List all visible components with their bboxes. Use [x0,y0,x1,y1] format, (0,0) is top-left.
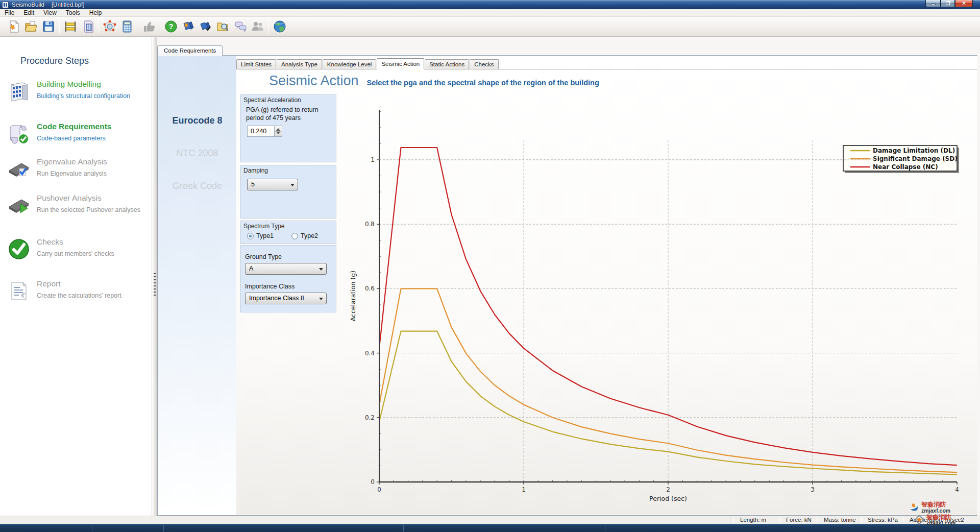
code-selector-strip: Eurocode 8 NTC 2008 Greek Code [158,56,236,515]
menu-tools[interactable]: Tools [61,9,85,17]
feedback-chat-button[interactable] [232,18,249,35]
sidebar-heading: Procedure Steps [20,56,89,66]
sidebar-splitter[interactable] [152,37,157,516]
code-item-greek-code[interactable]: Greek Code [158,181,236,191]
web-globe-button[interactable] [271,18,288,35]
pga-label: PGA (g) referred to return period of 475… [246,106,332,123]
toolbar-separator [99,19,99,34]
open-project-button[interactable] [22,18,40,35]
status-mass: Mass: tonne [824,517,856,523]
seismic-action-content: Limit States Analysis Type Knowledge Lev… [236,56,977,515]
spectrum-chart: 0123400.20.40.60.81Period (sec)Accelarat… [336,59,977,508]
web-globe-icon [273,19,287,34]
watermark-site: zmjaxf.com [921,508,950,514]
app-icon [2,2,9,8]
pga-input[interactable]: 0.240 [247,126,275,137]
chart-legend-label: Significant Damage (SD) [873,155,958,162]
sidebar-item-title: Checks [37,237,63,247]
sidebar-item-pushover-analysis[interactable]: Pushover Analysis Run the selected Pusho… [0,194,148,225]
tutorial-book-button[interactable] [180,18,197,35]
sidebar-item-subtitle: Create the calculations' report [37,292,121,299]
sidebar-item-title: Report [37,279,61,288]
chart-x-tick-label: 2 [666,486,670,493]
menu-file[interactable]: File [0,9,19,17]
window-title: SeismoBuild[Untitled.bpf] [12,2,85,8]
restore-button[interactable] [941,0,955,7]
tab-analysis-type[interactable]: Analysis Type [277,59,322,69]
chart-y-tick-label: 0 [371,478,375,486]
search-folder-icon [216,19,230,34]
menu-edit[interactable]: Edit [19,9,39,17]
sidebar-item-title: Building Modelling [37,80,101,89]
sidebar-item-checks[interactable]: Checks Carry out members' checks [0,237,148,269]
status-stress: Stress: kPa [868,517,898,523]
new-file-button[interactable] [5,18,22,35]
group-label: Spectral Acceleration [243,96,301,104]
verify-book-button[interactable] [197,18,214,35]
building-report-button[interactable] [79,18,96,35]
menu-view[interactable]: View [39,9,61,17]
chart-legend-label: Near Collapse (NC) [873,163,938,171]
damping-dropdown[interactable]: 5 [247,179,298,190]
sidebar-item-subtitle: Run the selected Pushover analyses [37,206,140,213]
sidebar-item-subtitle: Code-based parameters [37,135,106,142]
minimize-button[interactable] [925,0,941,7]
document-tab[interactable]: Code Requirements [157,45,223,56]
radio-type1[interactable]: Type1 [247,232,274,239]
toolbar-separator [160,19,160,34]
help-button[interactable]: ? [162,18,180,35]
community-icon [251,19,265,34]
frame-modeller-button[interactable] [62,18,79,35]
scroll-check-icon [7,122,31,146]
building-report-icon [81,19,95,34]
report-icon [7,279,31,303]
watermark-logo-icon [909,502,920,513]
chart-x-tick-label: 1 [522,486,526,493]
sidebar-item-code-requirements[interactable]: Code Requirements Code-based parameters [0,122,148,154]
close-button[interactable]: ✕ [955,0,973,7]
restore-icon [946,2,950,5]
radio-type1-label: Type1 [256,232,274,239]
importance-class-label: Importance Class [245,282,295,291]
menu-help[interactable]: Help [85,9,107,17]
spinner-up-icon[interactable] [276,128,280,131]
code-item-eurocode8[interactable]: Eurocode 8 [158,115,236,126]
save-icon [41,19,56,34]
radio-type2[interactable]: Type2 [291,232,318,239]
calculator-button[interactable] [118,18,136,35]
open-project-icon [24,19,38,34]
chevron-down-icon [319,298,323,300]
eigenvalue-model-button[interactable] [101,18,118,35]
sidebar-item-subtitle: Building's structural configuration [37,92,130,100]
eigenvalue-model-icon [103,19,117,34]
sidebar-item-subtitle: Run Eigenvalue analysis [37,170,107,177]
toolbar-separator [268,19,269,34]
procedure-steps-panel: Procedure Steps Building Modelling Build… [0,37,152,516]
sidebar-item-title: Pushover Analysis [37,194,102,203]
tab-seismic-action[interactable]: Seismic Action [377,58,424,69]
checks-hand-icon [142,19,156,34]
sidebar-item-title: Code Requirements [37,122,111,131]
pga-spinner[interactable] [275,126,282,137]
sidebar-item-eigenvalue-analysis[interactable]: Eigenvalue Analysis Run Eigenvalue analy… [0,157,148,189]
ground-type-dropdown[interactable]: A [245,263,327,275]
sidebar-item-report[interactable]: Report Create the calculations' report [0,279,148,311]
app-name: SeismoBuild [12,2,44,8]
sidebar-item-building-modelling[interactable]: Building Modelling Building's structural… [0,80,148,111]
tab-limit-states[interactable]: Limit States [236,59,276,69]
spinner-down-icon[interactable] [276,132,280,134]
toolbar-separator [59,19,60,34]
importance-class-dropdown[interactable]: Importance Class II [245,293,327,304]
importance-class-value: Importance Class II [249,295,304,302]
code-requirements-page: Eurocode 8 NTC 2008 Greek Code Limit Sta… [157,55,977,516]
chart-legend-label: Damage Limitation (DL) [873,147,955,154]
verify-book-icon [199,19,213,34]
search-folder-button[interactable] [214,18,232,35]
chevron-down-icon [290,184,295,186]
chip-check-icon [7,157,31,181]
code-item-ntc2008[interactable]: NTC 2008 [158,148,236,159]
toolbar-separator [138,19,138,34]
save-button[interactable] [40,18,57,35]
ground-type-label: Ground Type [245,253,282,261]
building-icon [7,80,31,103]
